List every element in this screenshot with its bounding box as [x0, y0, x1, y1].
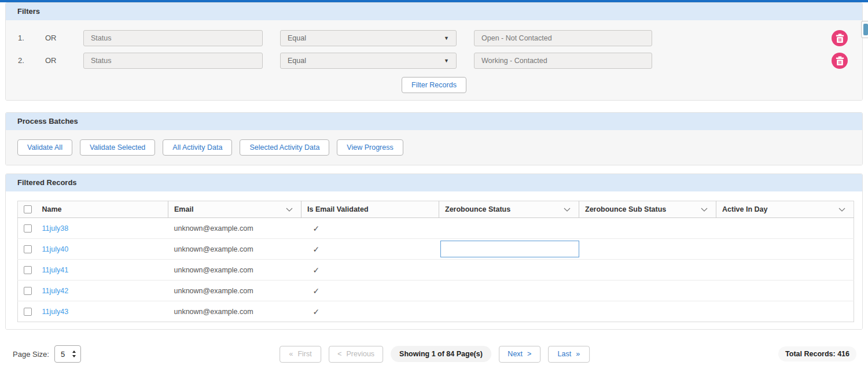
- process-batches-section: Process Batches Validate All Validate Se…: [5, 112, 863, 165]
- filters-header: Filters: [6, 3, 862, 20]
- validated-check-icon: ✓: [307, 245, 320, 254]
- table-row: 11july38 unknown@example.com ✓: [18, 218, 854, 239]
- record-active-in-day: [716, 218, 854, 239]
- filters-title: Filters: [17, 7, 40, 16]
- record-active-in-day: [716, 239, 854, 260]
- validate-selected-button[interactable]: Validate Selected: [80, 139, 155, 156]
- record-zerobounce-status: [439, 218, 579, 239]
- row-checkbox[interactable]: [24, 224, 32, 233]
- table-row: 11july43 unknown@example.com ✓: [18, 301, 854, 322]
- dropdown-caret-icon: ▼: [444, 31, 449, 46]
- record-zerobounce-status: [439, 260, 579, 281]
- filter-field-input[interactable]: Status: [83, 30, 263, 46]
- filter-value-input[interactable]: Open - Not Contacted: [474, 30, 652, 46]
- record-active-in-day: [716, 301, 854, 322]
- chevron-down-icon[interactable]: [838, 208, 845, 212]
- record-email: unknown@example.com: [168, 239, 301, 260]
- validated-check-icon: ✓: [307, 307, 320, 316]
- filtered-records-header: Filtered Records: [6, 174, 862, 191]
- floating-side-widget[interactable]: [861, 21, 868, 38]
- record-zerobounce-sub-status: [579, 301, 716, 322]
- column-header-email[interactable]: Email: [168, 201, 301, 218]
- chevron-down-icon[interactable]: [701, 208, 708, 212]
- row-checkbox[interactable]: [24, 308, 32, 316]
- chevron-left-icon: <: [337, 350, 341, 358]
- delete-filter-button[interactable]: [832, 53, 848, 69]
- record-zerobounce-status: [439, 239, 579, 260]
- next-page-button[interactable]: Next >: [499, 346, 540, 363]
- page-size-value: 5: [55, 350, 72, 359]
- filter-row-index: 1.: [18, 34, 45, 42]
- record-email: unknown@example.com: [168, 260, 301, 281]
- process-batches-header: Process Batches: [6, 113, 862, 130]
- table-row: 11july41 unknown@example.com ✓: [18, 260, 854, 281]
- record-name-link[interactable]: 11july40: [42, 245, 69, 253]
- records-table: Name Email Is Email Validated: [17, 201, 854, 322]
- double-chevron-right-icon: »: [576, 350, 580, 358]
- record-zerobounce-sub-status: [579, 260, 716, 281]
- row-checkbox[interactable]: [24, 245, 32, 253]
- view-progress-button[interactable]: View Progress: [337, 139, 403, 156]
- column-header-name: Name: [36, 201, 168, 218]
- row-checkbox[interactable]: [24, 287, 32, 295]
- process-batches-title: Process Batches: [17, 117, 78, 126]
- pager-controls: « First < Previous Showing 1 of 84 Page(…: [279, 346, 590, 363]
- previous-page-button[interactable]: < Previous: [329, 346, 383, 363]
- decrement-arrow-icon[interactable]: [72, 355, 76, 357]
- table-row: 11july42 unknown@example.com ✓: [18, 281, 854, 301]
- filter-conjunction: OR: [45, 34, 83, 42]
- chevron-down-icon[interactable]: [564, 208, 571, 212]
- double-chevron-left-icon: «: [289, 350, 293, 358]
- record-name-link[interactable]: 11july43: [42, 308, 69, 316]
- select-all-cell: [18, 201, 36, 218]
- trash-icon: [836, 34, 844, 43]
- records-table-wrapper: Name Email Is Email Validated: [6, 191, 862, 329]
- page-size-stepper[interactable]: 5: [54, 345, 81, 363]
- chevron-down-icon[interactable]: [286, 208, 293, 212]
- column-header-active-in-day[interactable]: Active In Day: [716, 201, 854, 218]
- total-records-badge: Total Records: 416: [778, 346, 856, 361]
- filters-body: 1. OR Status Equal ▼ Open - Not Contacte…: [6, 20, 862, 100]
- widget-icon: [863, 24, 868, 35]
- filter-row: 2. OR Status Equal ▼ Working - Contacted: [6, 49, 862, 72]
- first-page-button[interactable]: « First: [279, 346, 321, 363]
- page-status-text: Showing 1 of 84 Page(s): [391, 346, 491, 362]
- filter-operator-select[interactable]: Equal ▼: [280, 53, 457, 69]
- dropdown-caret-icon: ▼: [444, 53, 449, 68]
- stepper-arrows: [72, 350, 80, 357]
- pagination-footer: Page Size: 5 « First < Previous Showing …: [13, 345, 856, 363]
- filtered-records-title: Filtered Records: [17, 178, 77, 187]
- all-activity-data-button[interactable]: All Activity Data: [163, 139, 232, 156]
- record-zerobounce-sub-status: [579, 218, 716, 239]
- filter-field-input[interactable]: Status: [83, 53, 263, 69]
- column-header-zerobounce-status[interactable]: Zerobounce Status: [439, 201, 579, 218]
- select-all-checkbox[interactable]: [24, 205, 32, 213]
- page-size-control: Page Size: 5: [13, 345, 81, 363]
- increment-arrow-icon[interactable]: [72, 350, 76, 353]
- row-checkbox[interactable]: [24, 266, 32, 274]
- filter-conjunction: OR: [45, 56, 83, 65]
- selected-activity-data-button[interactable]: Selected Activity Data: [240, 139, 329, 156]
- record-name-link[interactable]: 11july42: [42, 287, 69, 295]
- inline-edit-cell[interactable]: [440, 241, 579, 257]
- chevron-right-icon: >: [527, 350, 531, 358]
- validated-check-icon: ✓: [307, 265, 320, 275]
- record-zerobounce-status: [439, 301, 579, 322]
- trash-icon: [836, 56, 844, 65]
- filter-value-input[interactable]: Working - Contacted: [474, 53, 652, 69]
- record-email: unknown@example.com: [168, 218, 301, 239]
- filter-operator-select[interactable]: Equal ▼: [280, 30, 457, 46]
- record-name-link[interactable]: 11july41: [42, 266, 69, 274]
- record-name-link[interactable]: 11july38: [42, 224, 69, 233]
- page-size-label: Page Size:: [13, 350, 49, 359]
- record-active-in-day: [716, 260, 854, 281]
- last-page-button[interactable]: Last »: [548, 346, 590, 363]
- validated-check-icon: ✓: [307, 286, 320, 296]
- filter-row: 1. OR Status Equal ▼ Open - Not Contacte…: [6, 27, 862, 49]
- validate-all-button[interactable]: Validate All: [17, 139, 72, 156]
- delete-filter-button[interactable]: [832, 30, 848, 46]
- filter-operator-value: Equal: [288, 31, 306, 46]
- record-active-in-day: [716, 281, 854, 301]
- filter-records-button[interactable]: Filter Records: [402, 77, 466, 93]
- column-header-zerobounce-sub-status[interactable]: Zerobounce Sub Status: [579, 201, 716, 218]
